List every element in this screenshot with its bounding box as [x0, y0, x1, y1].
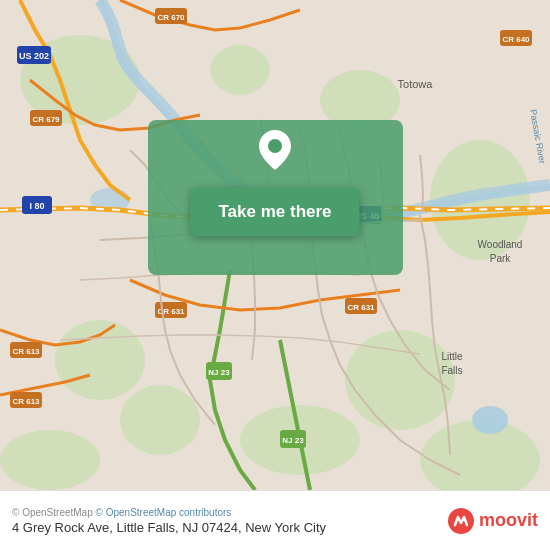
moovit-icon [447, 507, 475, 535]
contributors-link[interactable]: © OpenStreetMap contributors [96, 507, 232, 518]
take-me-there-button[interactable]: Take me there [190, 188, 359, 236]
svg-text:US 202: US 202 [19, 51, 49, 61]
osm-text: © OpenStreetMap [12, 507, 96, 518]
svg-point-44 [268, 139, 282, 153]
svg-text:Woodland: Woodland [478, 239, 523, 250]
svg-text:CR 613: CR 613 [12, 347, 40, 356]
osm-credit: © OpenStreetMap © OpenStreetMap contribu… [12, 507, 439, 518]
moovit-label: moovit [479, 510, 538, 531]
bottom-bar: © OpenStreetMap © OpenStreetMap contribu… [0, 490, 550, 550]
svg-text:I 80: I 80 [29, 201, 44, 211]
svg-text:CR 640: CR 640 [502, 35, 530, 44]
address-text: 4 Grey Rock Ave, Little Falls, NJ 07424,… [12, 520, 439, 535]
svg-point-11 [472, 406, 508, 434]
moovit-logo: moovit [447, 507, 538, 535]
svg-text:NJ 23: NJ 23 [208, 368, 230, 377]
address-section: © OpenStreetMap © OpenStreetMap contribu… [12, 507, 439, 535]
svg-point-6 [120, 385, 200, 455]
svg-text:Totowa: Totowa [398, 78, 434, 90]
map-container: I 80 US 46 US 202 NJ 23 NJ 23 CR 670 CR … [0, 0, 550, 490]
svg-point-4 [55, 320, 145, 400]
svg-point-10 [210, 45, 270, 95]
svg-text:CR 670: CR 670 [157, 13, 185, 22]
svg-text:CR 613: CR 613 [12, 397, 40, 406]
svg-text:Park: Park [490, 253, 512, 264]
svg-text:NJ 23: NJ 23 [282, 436, 304, 445]
svg-text:CR 679: CR 679 [32, 115, 60, 124]
svg-text:Little: Little [441, 351, 463, 362]
svg-text:Falls: Falls [441, 365, 462, 376]
svg-point-7 [0, 430, 100, 490]
svg-text:CR 631: CR 631 [347, 303, 375, 312]
map-background: I 80 US 46 US 202 NJ 23 NJ 23 CR 670 CR … [0, 0, 550, 490]
map-pin [259, 130, 291, 174]
